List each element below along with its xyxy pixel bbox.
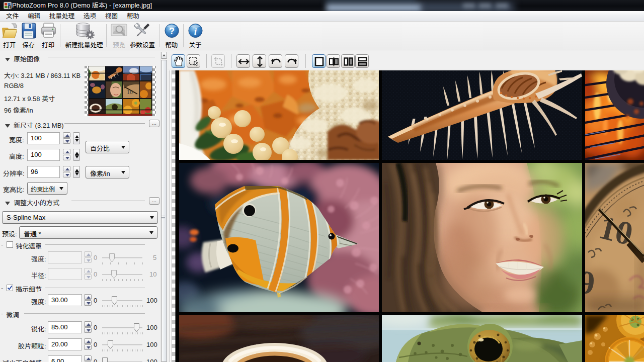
svg-text:10: 10 xyxy=(127,88,133,96)
svg-text:?: ? xyxy=(169,26,175,36)
svg-text:i: i xyxy=(194,26,197,37)
svg-text:8: 8 xyxy=(9,6,11,9)
